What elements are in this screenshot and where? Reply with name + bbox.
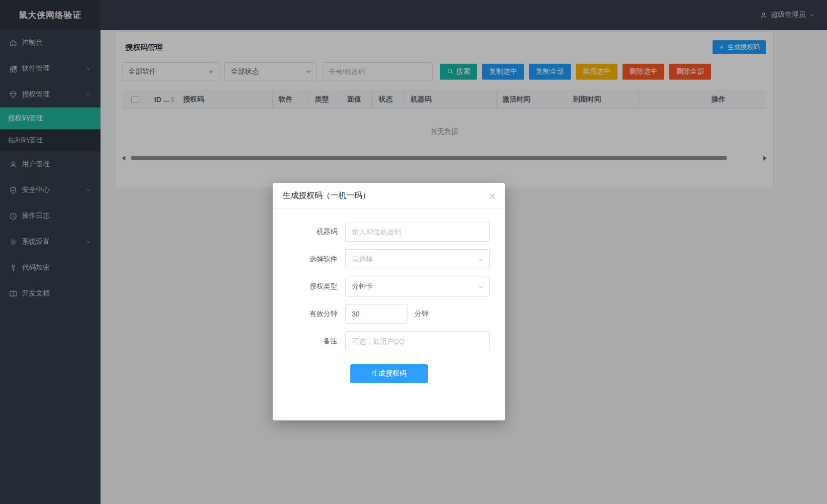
close-button[interactable] <box>486 190 498 202</box>
machine-code-label: 机器码 <box>273 227 345 236</box>
valid-minutes-label: 有效分钟 <box>273 309 345 318</box>
software-select[interactable]: 请选择 <box>345 249 490 269</box>
auth-type-label: 授权类型 <box>273 282 345 291</box>
modal-title: 生成授权码（一机一码） <box>283 191 370 201</box>
remark-input[interactable] <box>345 331 490 351</box>
remark-label: 备注 <box>273 337 345 346</box>
chevron-down-icon <box>478 284 484 290</box>
close-icon <box>489 193 496 200</box>
machine-code-input[interactable] <box>345 222 490 242</box>
minutes-unit-label: 分钟 <box>414 309 428 318</box>
software-select-label: 选择软件 <box>273 255 345 264</box>
auth-type-select[interactable]: 分钟卡 <box>345 277 490 297</box>
generate-code-modal: 生成授权码（一机一码） 机器码 选择软件 请选择 授权类型 分钟卡 有效分钟 <box>273 183 505 420</box>
valid-minutes-input[interactable] <box>345 304 408 324</box>
chevron-down-icon <box>478 256 484 263</box>
modal-generate-button[interactable]: 生成授权码 <box>350 364 428 383</box>
